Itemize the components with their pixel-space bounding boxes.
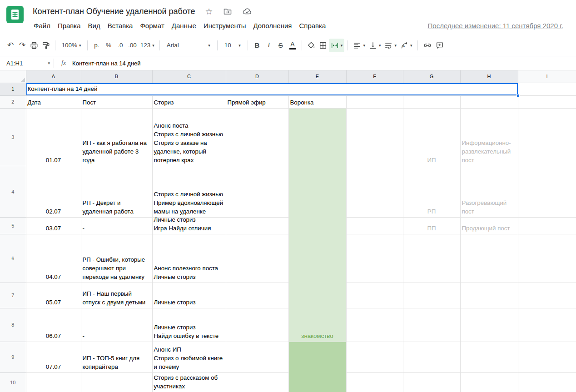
cell-B2[interactable]: Пост <box>81 95 152 108</box>
cell-E2[interactable]: Воронка <box>288 95 346 108</box>
currency-format-button[interactable]: р. <box>91 39 103 52</box>
cell-A6[interactable]: 04.07 <box>26 234 81 283</box>
col-header-H[interactable]: H <box>460 70 518 83</box>
cell-I7[interactable] <box>518 283 576 308</box>
cell-D8[interactable] <box>226 308 288 342</box>
col-header-F[interactable]: F <box>346 70 403 83</box>
increase-decimal-button[interactable]: .00 <box>126 39 139 52</box>
strikethrough-button[interactable]: S <box>275 39 287 52</box>
bold-button[interactable]: B <box>251 39 263 52</box>
cell-F9[interactable] <box>346 342 403 372</box>
cell-C2[interactable]: Сториз <box>152 95 226 108</box>
more-formats-button[interactable]: 123 ▾ <box>139 39 156 52</box>
menu-addons[interactable]: Дополнения <box>250 20 296 31</box>
cell-C4[interactable]: Сториз с личной жизнью Пример вдохновляю… <box>152 166 226 217</box>
paint-format-button[interactable] <box>40 39 52 52</box>
cell-A10[interactable] <box>26 372 81 392</box>
row-header-4[interactable]: 4 <box>0 166 26 217</box>
cell-G4[interactable]: РП <box>403 166 460 217</box>
col-header-B[interactable]: B <box>81 70 152 83</box>
menu-data[interactable]: Данные <box>168 20 200 31</box>
cell-I6[interactable] <box>518 234 576 283</box>
insert-link-button[interactable] <box>421 39 434 52</box>
menu-edit[interactable]: Правка <box>54 20 84 31</box>
cell-B6[interactable]: РП - Ошибки, которые совершают при перех… <box>81 234 152 283</box>
cell-I3[interactable] <box>518 108 576 166</box>
cell-A1-merged-selected[interactable]: Контент-план на 14 дней <box>26 83 518 95</box>
text-wrap-button[interactable]: ▾ <box>382 39 398 52</box>
cell-A4[interactable]: 02.07 <box>26 166 81 217</box>
cell-G7[interactable] <box>403 283 460 308</box>
cell-G5[interactable]: ПП <box>403 217 460 234</box>
cell-H5[interactable]: Продающий пост <box>460 217 518 234</box>
menu-insert[interactable]: Вставка <box>104 20 137 31</box>
cell-C10[interactable]: Сториз с рассказом об участниках <box>152 372 226 392</box>
row-header-8[interactable]: 8 <box>0 308 26 342</box>
last-edit-link[interactable]: Последнее изменение: 11 сентября 2020 г. <box>428 22 563 30</box>
cell-A3[interactable]: 01.07 <box>26 108 81 166</box>
cell-I8[interactable] <box>518 308 576 342</box>
print-button[interactable] <box>28 39 40 52</box>
cell-I4[interactable] <box>518 166 576 217</box>
cell-F3[interactable] <box>346 108 403 166</box>
cell-H9[interactable] <box>460 342 518 372</box>
cell-H7[interactable] <box>460 283 518 308</box>
row-header-10[interactable]: 10 <box>0 372 26 392</box>
col-header-E[interactable]: E <box>288 70 346 83</box>
cell-H3[interactable]: Информационно-развлекательный пост <box>460 108 518 166</box>
row-header-5[interactable]: 5 <box>0 217 26 234</box>
redo-button[interactable]: ↷ <box>16 39 28 52</box>
cell-H6[interactable] <box>460 234 518 283</box>
cell-A5[interactable]: 03.07 <box>26 217 81 234</box>
document-status-button[interactable] <box>242 7 252 16</box>
cell-D5[interactable] <box>226 217 288 234</box>
cell-G8[interactable] <box>403 308 460 342</box>
cell-G6[interactable] <box>403 234 460 283</box>
cell-D3[interactable] <box>226 108 288 166</box>
col-header-G[interactable]: G <box>403 70 460 83</box>
text-rotation-button[interactable]: A ▾ <box>398 39 414 52</box>
cell-A8[interactable]: 06.07 <box>26 308 81 342</box>
row-header-9[interactable]: 9 <box>0 342 26 372</box>
cell-F7[interactable] <box>346 283 403 308</box>
menu-format[interactable]: Формат <box>136 20 168 31</box>
cell-H10[interactable] <box>460 372 518 392</box>
cell-D4[interactable] <box>226 166 288 217</box>
menu-view[interactable]: Вид <box>84 20 104 31</box>
cell-F6[interactable] <box>346 234 403 283</box>
document-title[interactable]: Контент-план Обучение удаленной работе <box>33 7 195 16</box>
cell-C3[interactable]: Анонс поста Сториз с личной жизнью Стори… <box>152 108 226 166</box>
cell-I5[interactable] <box>518 217 576 234</box>
cell-C7[interactable]: Личные сториз <box>152 283 226 308</box>
fill-color-button[interactable] <box>305 39 317 52</box>
col-header-C[interactable]: C <box>152 70 226 83</box>
cell-D9[interactable] <box>226 342 288 372</box>
cell-C8[interactable]: Личные сториз Найди ошибку в тексте <box>152 308 226 342</box>
cell-I1[interactable] <box>518 83 576 95</box>
italic-button[interactable]: I <box>263 39 275 52</box>
cell-F5[interactable] <box>346 217 403 234</box>
col-header-A[interactable]: A <box>26 70 81 83</box>
cell-G2[interactable] <box>403 95 460 108</box>
zoom-select[interactable]: 100% ▾ <box>59 39 84 52</box>
borders-button[interactable] <box>317 39 329 52</box>
menu-file[interactable]: Файл <box>33 20 54 31</box>
cell-C6[interactable]: Анонс полезного поста Личные сториз <box>152 234 226 283</box>
percent-format-button[interactable]: % <box>103 39 114 52</box>
col-header-I[interactable]: I <box>518 70 576 83</box>
undo-button[interactable]: ↶ <box>5 39 16 52</box>
cell-A2[interactable]: Дата <box>26 95 81 108</box>
cell-B9[interactable]: ИП - ТОП-5 книг для копирайтера <box>81 342 152 372</box>
cell-I2[interactable] <box>518 95 576 108</box>
cell-D10[interactable] <box>226 372 288 392</box>
cell-E3-E8-merged[interactable]: знакомство <box>288 108 346 342</box>
star-button[interactable]: ☆ <box>205 7 213 16</box>
horizontal-align-button[interactable]: ▾ <box>351 39 367 52</box>
cell-D7[interactable] <box>226 283 288 308</box>
cell-G9[interactable] <box>403 342 460 372</box>
cell-B7[interactable]: ИП - Наш первый отпуск с двумя детьми <box>81 283 152 308</box>
cell-F8[interactable] <box>346 308 403 342</box>
cell-E9-E10-merged[interactable] <box>288 342 346 392</box>
insert-comment-button[interactable] <box>434 39 446 52</box>
cell-B5[interactable]: - <box>81 217 152 234</box>
